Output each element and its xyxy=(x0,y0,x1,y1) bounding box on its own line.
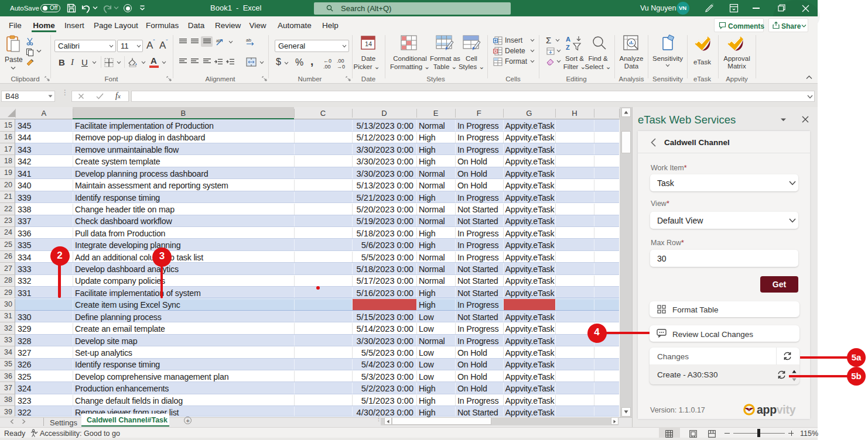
svg-text:A: A xyxy=(566,36,570,43)
svg-text:ab: ab xyxy=(216,39,221,43)
svg-text:14: 14 xyxy=(365,40,372,47)
svg-text:Z: Z xyxy=(566,44,570,51)
svg-text:ab: ab xyxy=(246,37,251,43)
